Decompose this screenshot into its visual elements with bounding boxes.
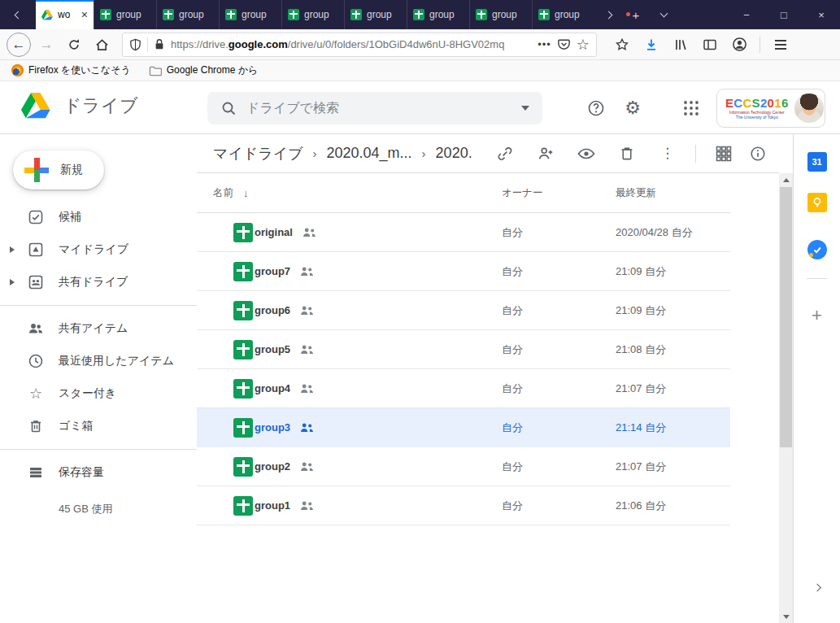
sort-descending-icon[interactable]: ↓ [243, 187, 249, 199]
search-box[interactable] [207, 92, 542, 124]
check-square-icon [28, 209, 44, 225]
file-row[interactable]: group4 自分 21:07 自分 [197, 369, 730, 408]
tab-group-sheet[interactable]: group [281, 0, 344, 29]
help-icon [586, 98, 606, 118]
tab-group-sheet[interactable]: group [407, 0, 469, 29]
vertical-scrollbar[interactable] [779, 173, 793, 623]
tab-group-sheet[interactable]: group [156, 0, 219, 29]
avatar[interactable] [794, 94, 824, 123]
back-button[interactable]: ← [7, 33, 31, 57]
sidebar-item-my-drive[interactable]: マイドライブ [0, 233, 197, 266]
file-modified: 21:08 自分 [616, 342, 730, 357]
tab-group-sheet[interactable]: group [532, 0, 594, 29]
sidebar-item-recent[interactable]: 最近使用したアイテム [0, 345, 197, 377]
google-apps-button[interactable] [681, 98, 702, 119]
bookmarks-star-plus-icon[interactable] [612, 34, 633, 55]
downloads-icon[interactable] [641, 34, 662, 55]
calendar-icon[interactable]: 31 [807, 152, 827, 172]
list-tabs-button[interactable] [650, 0, 677, 29]
preview-button[interactable] [577, 144, 596, 163]
bookmark-folder-chrome[interactable]: Google Chrome から [149, 63, 259, 77]
tab-group-sheet[interactable]: group [469, 0, 532, 29]
tab-drive[interactable]: wo × [36, 0, 94, 29]
column-name[interactable]: 名前 ↓ [213, 186, 502, 200]
window-close-button[interactable]: × [803, 0, 840, 29]
share-button[interactable] [536, 144, 555, 163]
menu-icon[interactable] [770, 34, 791, 55]
drive-logo-wrap[interactable]: ドライブ [21, 93, 138, 119]
reload-button[interactable] [62, 33, 86, 57]
account-badge[interactable]: ECCS2016 Information Technology Center T… [716, 89, 825, 128]
breadcrumb-bar: マイドライブ › 2020.04_m... › 2020. [197, 134, 779, 173]
tasks-icon[interactable] [807, 240, 827, 259]
sheets-icon [413, 9, 424, 20]
sidebars-toggle-icon[interactable] [699, 34, 720, 55]
column-modified[interactable]: 最終更新 [616, 186, 730, 200]
scroll-tabs-left-button[interactable] [0, 0, 36, 29]
collapse-panel-button[interactable] [814, 579, 820, 594]
breadcrumb-my-drive[interactable]: マイドライブ [213, 144, 303, 163]
get-link-button[interactable] [495, 144, 515, 163]
scroll-tabs-right-button[interactable] [594, 0, 622, 29]
tab-group-sheet[interactable]: group [94, 0, 156, 29]
sidebar-item-storage[interactable]: 保存容量 [0, 456, 197, 489]
file-name: group7 [255, 265, 290, 277]
pocket-icon[interactable] [557, 37, 571, 51]
url-bar[interactable]: https://drive.google.com/drive/u/0/folde… [122, 33, 597, 57]
expand-caret-icon[interactable] [10, 246, 15, 253]
column-owner[interactable]: オーナー [502, 186, 616, 200]
bookmark-firefox-tips[interactable]: Firefox を使いこなそう [11, 63, 131, 77]
library-icon[interactable] [670, 34, 691, 55]
bookmark-star-icon[interactable]: ☆ [577, 37, 590, 52]
home-button[interactable] [89, 33, 114, 57]
add-panel-app-button[interactable]: + [812, 307, 822, 325]
file-row[interactable]: group7 自分 21:09 自分 [197, 252, 730, 291]
shared-people-icon [300, 423, 315, 433]
file-row[interactable]: group5 自分 21:08 自分 [197, 330, 730, 369]
tab-close-icon[interactable]: × [81, 9, 88, 20]
settings-button[interactable]: ⚙ [622, 98, 643, 119]
account-icon[interactable] [729, 34, 750, 55]
breadcrumb-folder-2[interactable]: 2020. [436, 145, 472, 162]
search-options-caret-icon[interactable] [521, 106, 529, 111]
bookmark-label: Google Chrome から [167, 63, 259, 77]
sidebar-item-shared-drives[interactable]: 共有ドライブ [0, 266, 197, 298]
file-owner: 自分 [502, 381, 616, 396]
scrollbar-thumb[interactable] [780, 187, 792, 447]
file-row[interactable]: group1 自分 21:06 自分 [197, 486, 730, 525]
search-input[interactable] [246, 101, 511, 115]
tab-group-sheet[interactable]: group [344, 0, 407, 29]
clock-icon [28, 353, 44, 369]
new-button[interactable]: 新規 [13, 150, 104, 190]
breadcrumb-folder-1[interactable]: 2020.04_m... [327, 145, 412, 162]
forward-button[interactable]: → [34, 33, 59, 57]
file-row[interactable]: group6 自分 21:09 自分 [197, 291, 730, 330]
help-button[interactable] [585, 98, 607, 119]
scroll-up-button[interactable] [779, 173, 793, 186]
file-rows: original 自分 2020/04/28 自分 group7 自分 21:0… [197, 213, 730, 525]
scroll-down-button[interactable] [779, 610, 793, 623]
sheets-icon [233, 457, 253, 477]
details-button[interactable] [748, 144, 768, 163]
sidebar-item-priority[interactable]: 候補 [0, 201, 197, 233]
file-row[interactable]: original 自分 2020/04/28 自分 [197, 213, 730, 252]
delete-button[interactable] [617, 144, 637, 163]
grid-view-button[interactable] [714, 144, 733, 163]
sidebar-item-starred[interactable]: ☆ スター付き [0, 377, 197, 410]
file-owner: 自分 [502, 420, 616, 435]
sheets-icon [233, 379, 253, 399]
sidebar-item-shared-with-me[interactable]: 共有アイテム [0, 312, 197, 345]
sidebar-divider [0, 449, 197, 450]
page-actions-button[interactable]: ••• [538, 38, 551, 50]
apps-grid-icon [683, 100, 699, 116]
window-minimize-button[interactable]: − [728, 0, 765, 29]
more-actions-button[interactable]: ⋮ [658, 144, 677, 163]
firefox-icon [11, 64, 24, 76]
file-row[interactable]: group2 自分 21:07 自分 [197, 447, 730, 486]
tab-group-sheet[interactable]: group [219, 0, 281, 29]
expand-caret-icon[interactable] [10, 279, 15, 285]
sidebar-item-trash[interactable]: ゴミ箱 [0, 410, 197, 442]
window-maximize-button[interactable]: □ [765, 0, 803, 29]
file-row[interactable]: group3 自分 21:14 自分 [197, 408, 730, 447]
keep-icon[interactable] [807, 193, 827, 212]
